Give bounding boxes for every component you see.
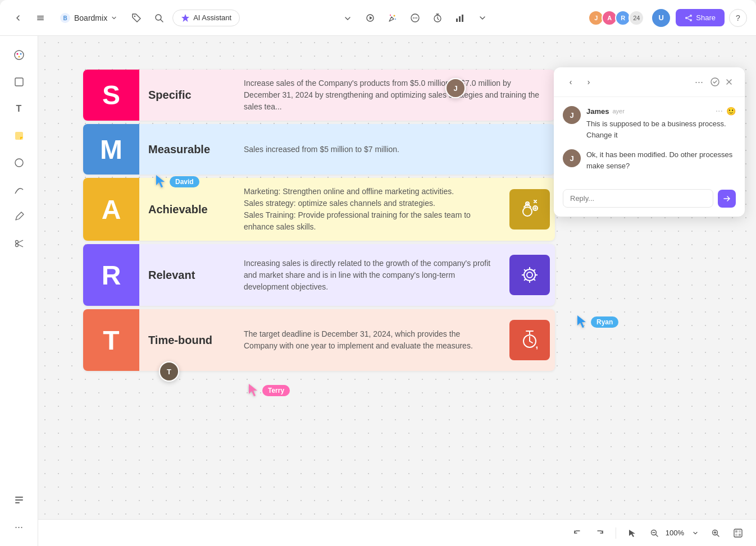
menu-button[interactable]	[31, 9, 49, 27]
chat-navigation: ‹ ›	[563, 74, 596, 90]
chat-close-button[interactable]	[722, 77, 736, 86]
svg-rect-68	[735, 534, 737, 536]
share-button[interactable]: Share	[676, 9, 725, 26]
tool-scissors[interactable]	[7, 231, 31, 256]
chat-header: ‹ › ···	[554, 67, 745, 97]
tool-chevron[interactable]	[338, 8, 358, 28]
svg-point-29	[18, 56, 20, 58]
chat-prev-button[interactable]: ‹	[563, 74, 579, 90]
tool-pen[interactable]	[7, 204, 31, 229]
icon-box-a	[509, 189, 550, 230]
divider	[616, 527, 616, 539]
chat-emoji-1[interactable]: 🙂	[726, 107, 736, 116]
tool-more[interactable]: ···	[7, 515, 31, 539]
brand-button[interactable]: B Boardmix	[54, 10, 123, 26]
user-avatar[interactable]: U	[651, 8, 671, 28]
terry-avatar: T	[159, 361, 179, 382]
svg-rect-67	[739, 530, 741, 533]
chat-send-button[interactable]	[718, 190, 736, 208]
redo-button[interactable]	[591, 524, 609, 542]
tool-text[interactable]: T	[7, 97, 31, 121]
tool-chart[interactable]	[450, 8, 470, 28]
svg-point-27	[16, 53, 18, 55]
svg-line-36	[18, 245, 23, 247]
chat-time-1: ayer	[612, 108, 624, 114]
svg-point-22	[690, 19, 692, 21]
tool-more-arrow[interactable]	[472, 8, 493, 28]
tool-play[interactable]	[360, 8, 380, 28]
tool-palette[interactable]	[7, 43, 31, 67]
svg-line-35	[18, 240, 23, 243]
tool-frame[interactable]	[7, 70, 31, 94]
chat-input-area	[554, 189, 745, 217]
title-s: Specific	[139, 70, 235, 121]
cursor-terry: Terry	[249, 384, 290, 397]
icon-t	[504, 309, 555, 371]
letter-r: R	[83, 244, 139, 306]
svg-rect-0	[37, 16, 44, 17]
smart-row-s: S Specific Increase sales of the Company…	[83, 70, 555, 121]
search-button[interactable]	[150, 9, 168, 27]
svg-line-49	[524, 269, 526, 271]
content-r: Increasing sales is directly related to …	[235, 244, 504, 306]
svg-point-34	[15, 244, 18, 247]
svg-rect-1	[37, 17, 44, 19]
minimap-button[interactable]	[729, 524, 747, 542]
tool-list[interactable]	[7, 488, 31, 512]
svg-point-14	[413, 17, 414, 19]
tool-timer[interactable]	[427, 8, 448, 28]
content-m: Sales increased from $5 million to $7 mi…	[235, 124, 555, 175]
center-tools	[338, 8, 493, 28]
james-avatar-canvas: J	[445, 78, 466, 98]
svg-line-25	[687, 19, 690, 20]
svg-point-28	[20, 53, 21, 55]
chat-message-more-1[interactable]: ···	[716, 106, 723, 116]
content-t: The target deadline is December 31, 2024…	[235, 309, 504, 371]
letter-s: S	[83, 70, 139, 121]
svg-point-32	[15, 159, 23, 167]
tool-shape[interactable]	[7, 150, 31, 175]
pointer-tool[interactable]	[623, 524, 641, 542]
tool-comment[interactable]	[405, 8, 425, 28]
tool-sticky[interactable]	[7, 123, 31, 148]
zoom-out-button[interactable]	[645, 524, 663, 542]
chat-message-1: J James ayer ··· 🙂 This is supposed to b…	[563, 106, 736, 140]
ai-assistant-button[interactable]: AI Assistant	[172, 10, 240, 26]
title-t: Time-bound	[139, 309, 235, 371]
icon-box-r	[509, 255, 550, 295]
chat-reply-input[interactable]	[563, 189, 713, 208]
svg-rect-20	[462, 15, 463, 22]
chat-next-button[interactable]: ›	[581, 74, 596, 90]
zoom-dropdown-button[interactable]	[686, 524, 704, 542]
chat-avatar-james-2: J	[563, 149, 581, 167]
chat-text-1: This is supposed to be a business proces…	[586, 118, 736, 140]
chat-bubble-1: James ayer ··· 🙂 This is supposed to be …	[586, 106, 736, 140]
help-button[interactable]: ?	[729, 9, 747, 27]
back-button[interactable]	[9, 9, 27, 27]
chat-resolve-button[interactable]	[708, 77, 722, 87]
svg-point-33	[15, 241, 18, 244]
undo-button[interactable]	[568, 524, 586, 542]
smart-row-a: A Achievable Marketing: Strengthen onlin…	[83, 178, 555, 241]
chat-more-button[interactable]: ···	[690, 76, 708, 88]
letter-t: T	[83, 309, 139, 371]
letter-m: M	[83, 124, 139, 175]
svg-line-7	[161, 20, 163, 22]
svg-rect-69	[739, 534, 741, 536]
chat-sender-1: James	[586, 107, 609, 116]
svg-rect-37	[15, 497, 23, 498]
svg-rect-30	[15, 78, 23, 86]
toolbar-center	[244, 8, 586, 28]
zoom-control: 100%	[645, 524, 725, 542]
tool-line[interactable]	[7, 177, 31, 202]
tag-button[interactable]	[127, 9, 145, 27]
svg-point-21	[690, 15, 692, 17]
svg-line-52	[524, 279, 526, 281]
zoom-in-button[interactable]	[707, 524, 725, 542]
svg-point-11	[390, 15, 391, 16]
chat-text-2: Ok, it has been modified. Do other proce…	[586, 149, 736, 171]
smart-row-r: R Relevant Increasing sales is directly …	[83, 244, 555, 306]
svg-point-15	[415, 17, 416, 19]
tool-confetti[interactable]	[382, 8, 403, 28]
ai-button-label: AI Assistant	[193, 13, 231, 22]
